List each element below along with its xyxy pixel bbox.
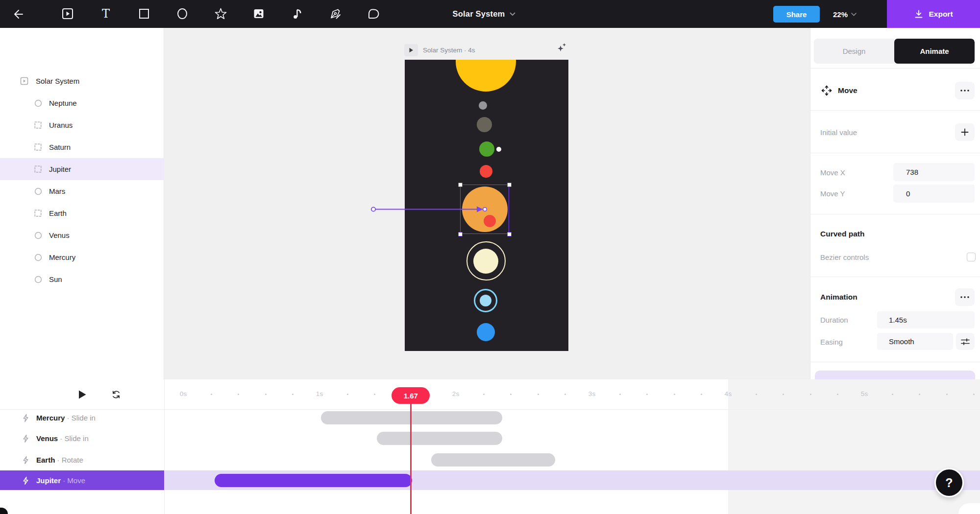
timeline-loop-button[interactable] [112, 390, 121, 399]
layer-label: Jupiter [49, 165, 71, 173]
frame-title[interactable]: Solar System · 4s [423, 47, 475, 54]
layer-root-label: Solar System [36, 77, 79, 85]
move-y-input[interactable]: 0 [893, 185, 975, 203]
motion-path-end-handle[interactable] [483, 208, 487, 211]
tool-ellipse-icon[interactable] [175, 6, 190, 21]
planet-venus[interactable] [477, 117, 492, 132]
app-window: T Solar System Share 22% Export Solar Sy… [0, 0, 980, 514]
selection-handle-top-right[interactable] [507, 183, 512, 187]
ruler-tick-dot [238, 394, 239, 395]
plus-icon [961, 128, 969, 136]
track-bar-jupiter[interactable] [215, 474, 412, 487]
back-button[interactable] [10, 7, 24, 22]
sidebar-item-venus[interactable]: Venus [0, 224, 164, 246]
comment-icon [368, 8, 380, 20]
top-toolbar: T Solar System Share 22% Export [0, 0, 980, 28]
track-row-mercury[interactable]: Mercury · Slide in [0, 407, 164, 429]
easing-select[interactable]: Smooth [877, 333, 953, 350]
tool-comment-icon[interactable] [366, 6, 381, 21]
help-button[interactable]: ? [934, 468, 964, 497]
move-options-button[interactable] [955, 82, 975, 99]
help-label: ? [945, 476, 953, 490]
sidebar-item-sun[interactable]: Sun [0, 268, 164, 290]
planet-neptune[interactable] [477, 323, 495, 341]
sidebar-item-neptune[interactable]: Neptune [0, 92, 164, 114]
tab-design[interactable]: Design [814, 39, 894, 64]
canvas-area[interactable]: Solar System · 4s [164, 28, 810, 379]
planet-mercury[interactable] [479, 101, 487, 110]
playhead-time-value: 1.67 [404, 392, 418, 400]
motion-path-start-handle[interactable] [371, 207, 375, 211]
planet-sun[interactable] [456, 60, 516, 92]
track-bar-venus[interactable] [377, 432, 502, 445]
move-x-input[interactable]: 738 [893, 163, 975, 181]
sparkle-icon [556, 42, 568, 53]
playhead-time-pill[interactable]: 1.67 [392, 387, 430, 404]
bezier-controls-checkbox[interactable] [967, 253, 976, 261]
planet-earth[interactable] [479, 141, 494, 157]
animation-options-button[interactable] [955, 288, 975, 306]
music-icon [291, 7, 303, 20]
duration-label: Duration [820, 316, 848, 324]
layer-label: Mars [49, 187, 65, 195]
add-initial-value-button[interactable] [955, 123, 975, 141]
planet-mars[interactable] [480, 165, 492, 178]
sidebar-item-uranus[interactable]: Uranus [0, 114, 164, 136]
move-section-title: Move [838, 86, 858, 95]
group-icon [34, 143, 42, 151]
playhead-line[interactable] [410, 404, 412, 514]
sidebar-item-mars[interactable]: Mars [0, 180, 164, 202]
layer-label: Venus [49, 231, 70, 239]
tool-pen-icon[interactable] [328, 6, 343, 21]
ruler-tick-dot [347, 394, 348, 395]
track-row-earth[interactable]: Earth · Rotate [0, 449, 164, 471]
motion-path[interactable] [370, 205, 492, 214]
ruler-tick-dot [510, 394, 512, 395]
timeline-play-button[interactable] [78, 390, 87, 399]
track-row-venus[interactable]: Venus · Slide in [0, 428, 164, 449]
selection-handle-bottom-right[interactable] [507, 232, 512, 236]
ruler-tick-dot [674, 394, 675, 395]
zoom-level-dropdown[interactable]: 22% [833, 6, 857, 23]
ruler-label-3s: 3s [588, 390, 595, 397]
tool-scene-icon[interactable] [60, 6, 75, 21]
easing-value: Smooth [889, 337, 914, 346]
ruler-tick-dot [810, 394, 811, 395]
sidebar-item-jupiter[interactable]: Jupiter [0, 158, 164, 180]
share-button[interactable]: Share [773, 6, 820, 23]
initial-value-label: Initial value [820, 128, 857, 137]
ellipsis-icon [960, 90, 969, 92]
selection-handle-top-left[interactable] [458, 183, 463, 187]
selected-effect-strip[interactable] [815, 371, 975, 379]
tool-music-icon[interactable] [290, 6, 304, 21]
easing-curve-editor-button[interactable] [956, 333, 975, 350]
tool-rectangle-icon[interactable] [137, 6, 151, 21]
tool-text-icon[interactable]: T [98, 6, 113, 21]
tool-star-icon[interactable] [213, 6, 228, 21]
sidebar-item-saturn[interactable]: Saturn [0, 136, 164, 158]
chevron-down-icon [851, 13, 857, 16]
planet-uranus[interactable] [480, 295, 491, 306]
duration-input[interactable]: 1.45s [877, 311, 975, 328]
document-title-menu[interactable]: Solar System [453, 9, 516, 19]
track-row-jupiter[interactable]: Jupiter · Move [0, 470, 164, 491]
loop-icon [112, 390, 121, 399]
ellipse-icon [176, 7, 189, 20]
tab-animate[interactable]: Animate [894, 39, 975, 64]
chevron-down-icon [510, 12, 515, 16]
export-button[interactable]: Export [887, 0, 980, 28]
planet-saturn[interactable] [473, 249, 498, 274]
sidebar-item-earth[interactable]: Earth [0, 202, 164, 224]
layer-root-solar-system[interactable]: Solar System [0, 70, 164, 92]
sparkle-ai-button[interactable] [556, 42, 568, 55]
ruler-tick-dot [756, 394, 757, 395]
star-icon [214, 7, 227, 21]
sidebar-item-mercury[interactable]: Mercury [0, 246, 164, 268]
image-icon [252, 7, 265, 20]
tool-image-icon[interactable] [251, 6, 266, 21]
frame-play-button[interactable] [404, 44, 418, 56]
track-bar-earth[interactable] [431, 453, 555, 467]
selection-handle-bottom-left[interactable] [458, 232, 463, 236]
bolt-icon [22, 456, 29, 465]
planet-earth-moon[interactable] [496, 147, 501, 152]
